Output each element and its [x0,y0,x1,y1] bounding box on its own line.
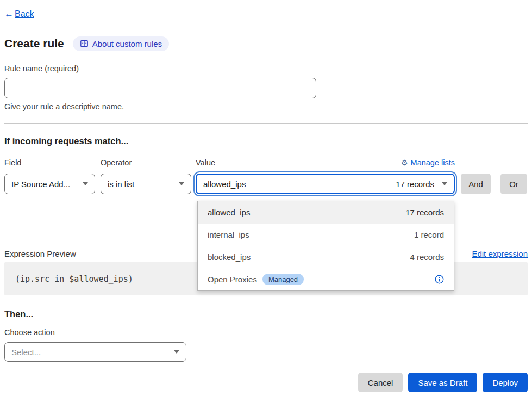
title-row: Create rule About custom rules [4,36,528,51]
expression-code: (ip.src in $allowed_ips) [15,274,133,284]
match-condition-row: Field IP Source Add... Operator is in li… [4,158,528,194]
value-select[interactable]: allowed_ips 17 records [196,174,455,194]
chevron-down-icon [174,350,179,354]
list-option-name: internal_ips [208,230,249,239]
manage-lists-label: Manage lists [411,158,455,167]
back-link[interactable]: ←Back [4,9,34,20]
operator-column: Operator is in list [101,158,191,194]
chevron-down-icon [179,182,184,185]
expression-preview-label: Expression Preview [4,249,76,258]
value-label: Value [196,158,215,167]
info-icon[interactable] [435,275,444,284]
then-section-heading: Then... [4,309,528,319]
list-option-name: blocked_ips [208,252,251,262]
action-select[interactable]: Select... [4,342,186,362]
edit-expression-link[interactable]: Edit expression [472,249,528,258]
field-column: Field IP Source Add... [4,158,95,194]
gear-icon: ⚙ [401,159,408,166]
list-option-name: Open Proxies [208,275,257,284]
list-option-count: 17 records [405,208,444,217]
about-custom-rules-label: About custom rules [92,39,162,48]
list-option-name: allowed_ips [208,208,250,217]
chevron-down-icon [442,182,447,185]
deploy-button[interactable]: Deploy [483,373,528,392]
back-arrow-icon: ← [4,9,14,20]
value-select-selected-name: allowed_ips [203,180,396,189]
rule-name-label: Rule name (required) [4,64,528,73]
cancel-button[interactable]: Cancel [358,373,403,392]
operator-select[interactable]: is in list [101,174,191,194]
action-select-placeholder: Select... [11,348,168,357]
choose-action-label: Choose action [4,328,528,337]
section-divider [4,123,528,124]
chevron-down-icon [83,182,88,185]
managed-badge: Managed [262,274,304,286]
list-option-count: 1 record [414,230,444,239]
and-button[interactable]: And [461,174,491,194]
field-select[interactable]: IP Source Add... [4,174,95,194]
about-custom-rules-link[interactable]: About custom rules [73,36,169,51]
value-dropdown-menu: allowed_ips 17 records internal_ips 1 re… [197,201,454,291]
list-option-internal-ips[interactable]: internal_ips 1 record [198,224,454,246]
rule-name-input[interactable] [4,78,316,98]
operator-select-value: is in list [108,180,173,189]
footer-actions: Cancel Save as Draft Deploy [4,373,528,392]
back-row: ←Back [4,9,528,21]
book-icon [80,39,89,48]
match-section-heading: If incoming requests match... [4,136,528,147]
list-option-blocked-ips[interactable]: blocked_ips 4 records [198,246,454,268]
save-as-draft-button[interactable]: Save as Draft [408,373,477,392]
operator-label: Operator [101,158,191,167]
field-label: Field [4,158,95,167]
list-option-allowed-ips[interactable]: allowed_ips 17 records [198,201,454,224]
page-title: Create rule [4,37,64,50]
list-option-count: 4 records [410,252,444,262]
value-header: Value ⚙ Manage lists [196,158,455,167]
value-column: Value ⚙ Manage lists allowed_ips 17 reco… [196,158,455,194]
value-select-record-count: 17 records [396,180,436,189]
list-option-open-proxies[interactable]: Open Proxies Managed [198,268,454,290]
manage-lists-link[interactable]: ⚙ Manage lists [401,158,455,167]
back-link-label: Back [15,9,34,19]
rule-name-helper-text: Give your rule a descriptive name. [4,102,528,112]
or-button[interactable]: Or [500,174,527,194]
field-select-value: IP Source Add... [11,180,77,189]
